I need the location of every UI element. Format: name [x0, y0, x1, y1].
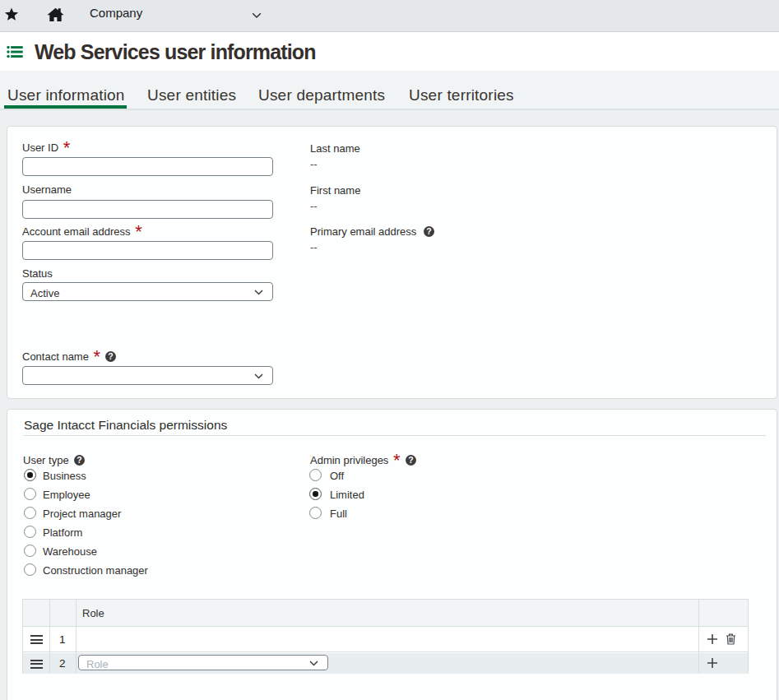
- svg-text:?: ?: [426, 226, 431, 236]
- svg-text:?: ?: [108, 351, 113, 361]
- svg-text:?: ?: [77, 455, 81, 465]
- svg-text:?: ?: [408, 455, 413, 465]
